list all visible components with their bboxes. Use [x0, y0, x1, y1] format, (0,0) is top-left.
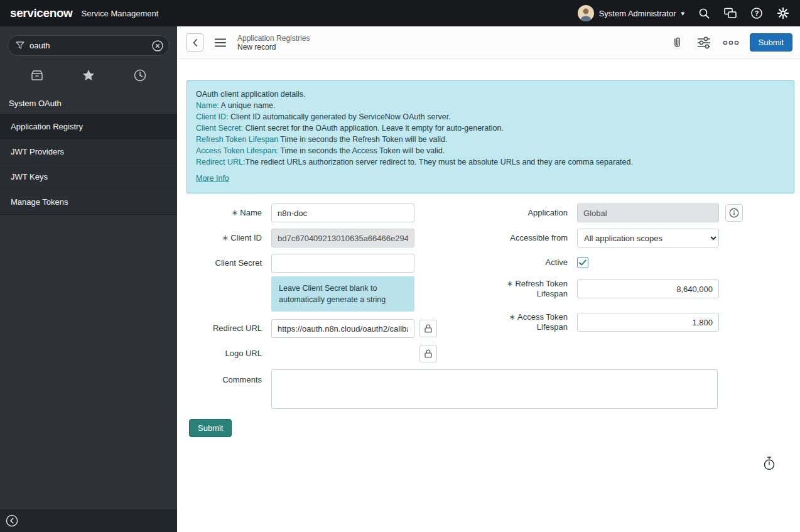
lock-icon [423, 348, 434, 359]
navigator-filter-input[interactable] [8, 35, 170, 56]
user-menu[interactable]: System Administrator ▾ [578, 5, 684, 21]
chevron-down-icon: ▾ [681, 9, 684, 18]
sidebar-item-label: Application Registry [11, 122, 83, 131]
application-field-row: Application [483, 204, 747, 222]
form-header-bar: Application Registries New record Submit [177, 26, 800, 59]
refresh-token-lifespan-field-row: ∗Refresh Token Lifespan [483, 279, 747, 299]
client-id-label: ∗Client ID [186, 233, 262, 243]
form-column-right: Application Accessible from All applicat… [483, 204, 747, 339]
form-title: Application Registries New record [237, 34, 310, 52]
response-time-icon[interactable] [762, 456, 777, 471]
active-field-row: Active [483, 257, 747, 268]
gear-icon[interactable] [776, 6, 790, 20]
client-id-field-row: ∗Client ID [186, 229, 438, 247]
favorites-star-icon[interactable] [80, 67, 97, 84]
client-secret-field-row: Client Secret [186, 254, 438, 273]
application-navigator: System OAuth Application Registry JWT Pr… [0, 26, 177, 532]
access-token-lifespan-label: ∗Access Token Lifespan [483, 312, 568, 332]
client-secret-hint: Leave Client Secret blank to automatical… [271, 276, 414, 312]
table-title: Application Registries [237, 34, 310, 43]
form-column-left: ∗Name ∗Client ID Client Secret [186, 204, 438, 369]
client-id-input[interactable] [271, 229, 414, 247]
sidebar-item-label: JWT Providers [11, 147, 64, 156]
comments-field-row: Comments [186, 369, 794, 409]
application-label: Application [483, 208, 568, 218]
all-applications-icon[interactable] [28, 67, 46, 84]
access-token-lifespan-input[interactable] [577, 313, 719, 332]
checkmark-icon [578, 258, 588, 268]
history-clock-icon[interactable] [131, 67, 149, 84]
servicenow-logo: servicenow [10, 6, 73, 20]
navigator-filter [8, 35, 170, 56]
logo-url-lock-button[interactable] [419, 345, 437, 362]
timing-row [186, 456, 777, 473]
refresh-token-lifespan-input[interactable] [577, 280, 719, 298]
info-line: Name: A unique name. [196, 100, 785, 111]
submit-button-header[interactable]: Submit [750, 33, 792, 52]
client-secret-input[interactable] [271, 254, 414, 273]
logo-url-field-row: Logo URL [186, 344, 438, 363]
nav-section-system-oauth: System OAuth [0, 92, 177, 114]
required-icon: ∗ [231, 208, 238, 217]
banner-right: System Administrator ▾ ? [578, 5, 790, 21]
required-icon: ∗ [509, 312, 516, 322]
personalize-form-sliders-icon[interactable] [696, 35, 712, 50]
sidebar-item-label: JWT Keys [11, 172, 48, 182]
search-icon[interactable] [697, 6, 711, 20]
info-line: Refresh Token Lifespan Time in seconds t… [196, 134, 785, 145]
application-info-button[interactable] [725, 204, 743, 222]
info-line: Client ID: Client ID automatically gener… [196, 111, 785, 122]
clear-filter-icon[interactable] [151, 40, 164, 54]
comments-textarea[interactable] [271, 369, 718, 409]
redirect-url-lock-button[interactable] [419, 320, 437, 337]
redirect-url-input[interactable] [271, 319, 414, 338]
redirect-url-field-row: Redirect URL [186, 319, 438, 338]
accessible-from-label: Accessible from [483, 233, 568, 243]
accessible-from-field-row: Accessible from All application scopes [483, 229, 747, 247]
info-line: OAuth client application details. [196, 89, 785, 100]
connect-chat-icon[interactable] [723, 6, 737, 20]
sidebar-item-manage-tokens[interactable]: Manage Tokens [0, 190, 177, 215]
info-line: Redirect URL:The rediect URLs authorizat… [196, 156, 785, 168]
user-name: System Administrator [599, 9, 676, 18]
sidebar-item-jwt-keys[interactable]: JWT Keys [0, 165, 177, 190]
more-info-link[interactable]: More Info [196, 173, 229, 184]
paperclip-icon[interactable] [669, 35, 685, 50]
info-line: Access Token Lifespan: Time in seconds t… [196, 145, 785, 156]
form-context-menu-icon[interactable] [213, 36, 228, 49]
record-form: ∗Name ∗Client ID Client Secret [186, 204, 794, 473]
active-checkbox[interactable] [577, 257, 588, 268]
sidebar-item-application-registry[interactable]: Application Registry [0, 114, 177, 139]
required-icon: ∗ [507, 279, 514, 288]
accessible-from-select[interactable]: All application scopes [577, 229, 719, 247]
sidebar-footer [0, 509, 177, 532]
name-input[interactable] [271, 204, 414, 222]
submit-button-footer[interactable]: Submit [189, 419, 232, 437]
collapse-navigator-icon[interactable] [4, 513, 19, 528]
name-field-row: ∗Name [186, 204, 438, 222]
nav-items: Application Registry JWT Providers JWT K… [0, 114, 177, 215]
logo-url-empty-area [271, 344, 414, 363]
sidebar-item-jwt-providers[interactable]: JWT Providers [0, 139, 177, 165]
lock-icon [423, 323, 434, 334]
help-icon[interactable]: ? [750, 6, 764, 20]
required-icon: ∗ [222, 233, 229, 242]
servicenow-app: servicenow Service Management System Adm… [0, 0, 800, 532]
record-title: New record [237, 43, 310, 52]
back-button[interactable] [186, 33, 203, 52]
name-label: ∗Name [186, 208, 262, 218]
avatar [578, 5, 594, 21]
redirect-url-label: Redirect URL [186, 323, 262, 334]
more-options-icon[interactable] [723, 35, 739, 50]
access-token-lifespan-field-row: ∗Access Token Lifespan [483, 312, 747, 332]
application-input[interactable] [577, 204, 719, 222]
client-secret-label: Client Secret [186, 258, 262, 268]
refresh-token-lifespan-label: ∗Refresh Token Lifespan [483, 279, 568, 299]
navigator-tabs [0, 57, 177, 92]
main-panel: Application Registries New record Submit [177, 26, 800, 532]
form-content: OAuth client application details. Name: … [177, 59, 800, 532]
top-banner: servicenow Service Management System Adm… [0, 0, 800, 26]
oauth-info-message: OAuth client application details. Name: … [186, 80, 794, 193]
svg-text:?: ? [755, 9, 759, 17]
info-circle-icon [728, 207, 740, 219]
